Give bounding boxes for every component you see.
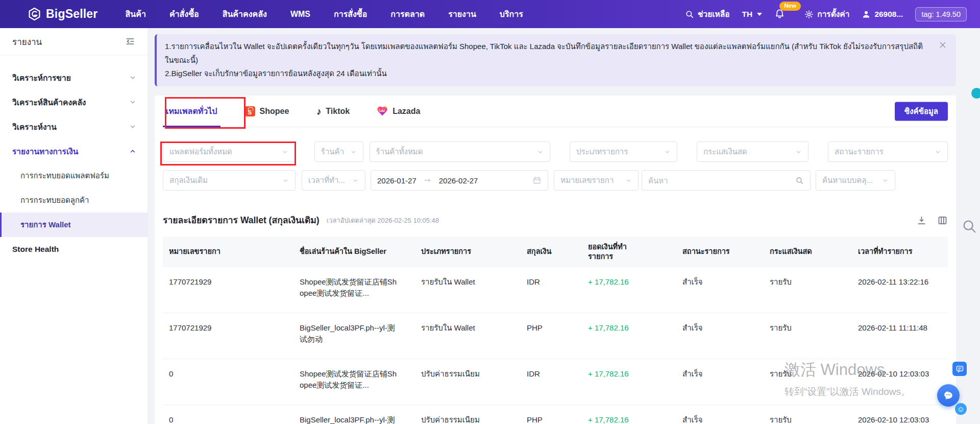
cell-store-nickname: Shopee测试发货留证店铺Shopee测试发货留证... xyxy=(293,359,415,405)
sidebar-item-inventory-analysis[interactable]: วิเคราะห์สินค้าคงคลัง xyxy=(0,90,148,114)
platform-select[interactable]: แพลตฟอร์มทั้งหมด xyxy=(163,142,295,162)
time-field-select[interactable]: เวลาที่ทำ... xyxy=(302,170,365,191)
sidebar-item-task-analysis[interactable]: วิเคราะห์งาน xyxy=(0,114,148,139)
cell-store-nickname: Shopee测试发货留证店铺Shopee测试发货留证... xyxy=(293,267,415,313)
time-field-value: เวลาที่ทำ... xyxy=(308,174,345,186)
last-updated: เวลาอัปเดตล่าสุด 2026-02-25 10:05:48 xyxy=(327,215,439,226)
tab-shopee[interactable]: Shopee xyxy=(242,96,292,127)
gear-icon xyxy=(804,10,814,19)
close-icon[interactable] xyxy=(939,41,947,49)
collapse-sidebar-icon[interactable] xyxy=(125,36,135,46)
sidebar-item-platform-reconciliation[interactable]: การกระทบยอดแพลตฟอร์ม xyxy=(0,163,148,188)
bigseller-logo-icon xyxy=(28,7,41,21)
chevron-up-icon xyxy=(129,148,136,155)
sidebar-item-label: วิเคราะห์งาน xyxy=(12,121,57,133)
sync-data-button[interactable]: ซิงค์ข้อมูล xyxy=(895,102,948,121)
col-status: สถานะรายการ xyxy=(676,237,764,267)
brand-logo[interactable]: BigSeller xyxy=(28,7,98,21)
cell-transaction-time: 2026-02-11 13:22:16 xyxy=(852,267,948,313)
language-selector[interactable]: TH xyxy=(742,10,763,19)
status-select[interactable]: สถานะรายการ xyxy=(828,142,948,162)
tab-general-template[interactable]: เทมเพลตทั่วไป xyxy=(163,96,220,127)
sidebar-item-sales-analysis[interactable]: วิเคราะห์การขาย xyxy=(0,65,148,90)
cell-transaction-type: ปรับค่าธรรมเนียม xyxy=(415,359,521,405)
table-row: 1770721929 BigSeller_local3PF.ph--yl-测试勿… xyxy=(163,313,948,359)
store-type-select[interactable]: ร้านค้า xyxy=(314,142,363,162)
chevron-down-icon xyxy=(664,149,671,155)
sidebar-header: รายงาน xyxy=(0,28,148,55)
search-icon[interactable] xyxy=(795,176,804,185)
currency-select[interactable]: สกุลเงินเดิม xyxy=(163,170,296,191)
table-row: 0 Shopee测试发货留证店铺Shopee测试发货留证... ปรับค่าธ… xyxy=(163,359,948,405)
table-title: รายละเอียดรายการ Wallet (สกุลเงินเดิม) xyxy=(163,213,320,227)
version-tag: tag: 1.49.50 xyxy=(915,7,967,21)
cashflow-select[interactable]: กระแสเงินสด xyxy=(697,142,808,162)
sidebar-item-label: รายงานทางการเงิน xyxy=(12,145,78,158)
sidebar-item-customer-reconciliation[interactable]: การกระทบยอดลูกค้า xyxy=(0,188,148,213)
col-amount-line1: ยอดเงินที่ทำ xyxy=(588,242,670,252)
cell-store-nickname: BigSeller_local3PF.ph--yl-测试勿动 xyxy=(293,313,415,359)
user-account[interactable]: 26908... xyxy=(862,10,903,19)
sidebar-item-store-health[interactable]: Store Health xyxy=(0,237,148,262)
cell-transaction-type: รายรับใน Wallet xyxy=(415,313,521,359)
col-amount-line2: รายการ xyxy=(588,252,670,262)
chevron-down-icon xyxy=(129,99,136,106)
new-badge: New xyxy=(779,2,801,11)
calendar-icon xyxy=(532,176,542,185)
col-amount: ยอดเงินที่ทำ รายการ xyxy=(582,237,676,267)
side-widget-handle[interactable] xyxy=(971,88,980,99)
cell-transaction-time: 2026-02-10 12:03:03 xyxy=(852,359,948,405)
cell-store-nickname: BigSeller_local3PF.ph--yl-测试勿动 xyxy=(293,405,415,424)
search-input[interactable] xyxy=(648,176,795,185)
shopee-icon xyxy=(245,106,255,116)
template-tabs: เทมเพลตทั่วไป Shopee Tiktok Laz Lazada ซ… xyxy=(163,96,948,127)
cell-transaction-no: 1770721929 xyxy=(163,313,293,359)
settings-button[interactable]: การตั้งค่า xyxy=(804,8,849,20)
tiktok-icon xyxy=(316,107,321,116)
sidebar-item-label: วิเคราะห์การขาย xyxy=(12,72,71,84)
menu-marketing[interactable]: การตลาด xyxy=(390,8,425,20)
sidebar-item-financial-reports[interactable]: รายงานทางการเงิน xyxy=(0,139,148,163)
cell-status: สำเร็จ xyxy=(676,359,764,405)
sidebar-item-wallet-transactions[interactable]: รายการ Wallet xyxy=(0,213,148,237)
menu-reports[interactable]: รายงาน xyxy=(448,8,476,20)
filter-row-2: สกุลเงินเดิม เวลาที่ทำ... 2026-01-27 202… xyxy=(163,170,948,191)
date-range-picker[interactable]: 2026-01-27 2026-02-27 xyxy=(371,170,548,191)
menu-purchasing[interactable]: การสั่งซื้อ xyxy=(334,8,367,20)
help-button[interactable]: ช่วยเหลือ xyxy=(685,8,730,20)
assistant-widget-button[interactable] xyxy=(955,403,967,415)
tab-label: Shopee xyxy=(260,107,289,116)
menu-services[interactable]: บริการ xyxy=(500,8,523,20)
menu-orders[interactable]: คำสั่งซื้อ xyxy=(169,8,199,20)
transaction-type-select[interactable]: ประเภทรายการ xyxy=(570,142,677,162)
chevron-down-icon xyxy=(795,149,802,155)
search-field-select[interactable]: หมายเลขรายกา xyxy=(554,170,639,191)
menu-inventory[interactable]: สินค้าคงคลัง xyxy=(223,8,267,20)
wallet-panel: เทมเพลตทั่วไป Shopee Tiktok Laz Lazada ซ… xyxy=(155,96,956,424)
notifications-button[interactable]: New xyxy=(774,8,785,20)
tab-tiktok[interactable]: Tiktok xyxy=(313,96,353,127)
chat-widget-button[interactable] xyxy=(937,384,960,407)
download-icon[interactable] xyxy=(916,215,927,226)
sidebar: รายงาน วิเคราะห์การขาย วิเคราะห์สินค้าคง… xyxy=(0,28,148,424)
store-select[interactable]: ร้านค้าทั้งหมด xyxy=(370,142,550,162)
chevron-down-icon xyxy=(882,177,889,184)
search-icon xyxy=(685,10,694,19)
table-search-icon[interactable] xyxy=(962,219,977,234)
match-mode-select[interactable]: ค้นหาแบบคลุ... xyxy=(816,170,895,191)
tab-label: เทมเพลตทั่วไป xyxy=(166,105,217,117)
chevron-down-icon xyxy=(129,74,136,81)
match-mode-value: ค้นหาแบบคลุ... xyxy=(822,174,873,186)
table-toolbar: รายละเอียดรายการ Wallet (สกุลเงินเดิม) เ… xyxy=(163,213,948,227)
menu-products[interactable]: สินค้า xyxy=(126,8,146,20)
feedback-widget-button[interactable] xyxy=(952,362,967,376)
tab-lazada[interactable]: Laz Lazada xyxy=(374,96,423,127)
menu-wms[interactable]: WMS xyxy=(290,10,310,19)
cell-transaction-time: 2026-02-10 12:03:03 xyxy=(852,405,948,424)
col-cashflow: กระแสเงินสด xyxy=(764,237,852,267)
column-settings-icon[interactable] xyxy=(937,215,948,226)
message-edit-icon xyxy=(955,365,964,373)
col-transaction-time: เวลาที่ทำรายการ xyxy=(852,237,948,267)
cell-currency: PHP xyxy=(521,313,582,359)
chevron-down-icon xyxy=(935,149,941,155)
